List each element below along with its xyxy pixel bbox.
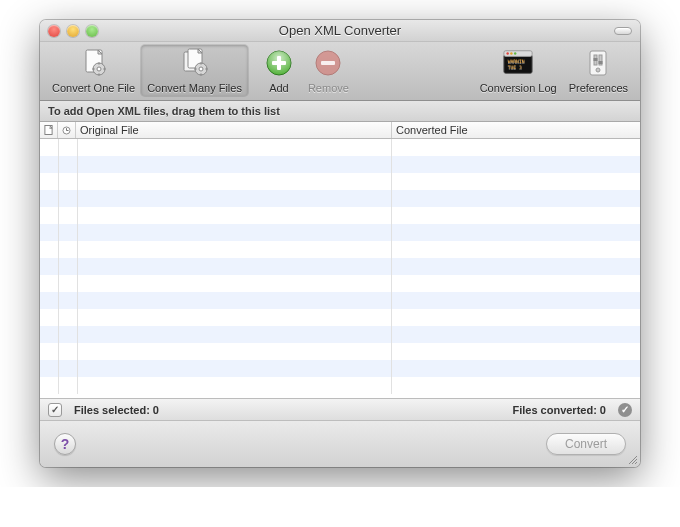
- app-window: Open XML Converter Conv: [40, 20, 640, 467]
- table-cell: [59, 326, 78, 343]
- svg-point-12: [199, 67, 203, 71]
- convert-one-file-button[interactable]: Convert One File: [46, 45, 141, 96]
- table-row[interactable]: [40, 292, 640, 309]
- convert-button-label: Convert: [565, 437, 607, 451]
- table-row[interactable]: [40, 275, 640, 292]
- table-cell: [78, 343, 392, 360]
- table-row[interactable]: [40, 190, 640, 207]
- traffic-lights: [48, 25, 98, 37]
- add-button[interactable]: Add: [256, 45, 302, 96]
- select-all-checkbox[interactable]: ✓: [48, 403, 62, 417]
- remove-button[interactable]: Remove: [302, 45, 355, 96]
- svg-point-3: [97, 67, 101, 71]
- remove-icon: [312, 47, 344, 79]
- table-cell: [78, 139, 392, 156]
- instruction-text: To add Open XML files, drag them to this…: [40, 101, 640, 122]
- table-cell: [59, 224, 78, 241]
- table-row[interactable]: [40, 156, 640, 173]
- header-original-file[interactable]: Original File: [76, 122, 392, 138]
- toolbar-toggle-button[interactable]: [614, 27, 632, 35]
- table-row[interactable]: [40, 241, 640, 258]
- table-cell: [59, 139, 78, 156]
- add-icon: [263, 47, 295, 79]
- table-cell: [392, 326, 640, 343]
- header-clock-icon[interactable]: [58, 122, 76, 138]
- table-row[interactable]: [40, 173, 640, 190]
- table-cell: [392, 258, 640, 275]
- table-cell: [59, 190, 78, 207]
- table-cell: [392, 292, 640, 309]
- table-cell: [59, 173, 78, 190]
- table-cell: [40, 326, 59, 343]
- svg-rect-33: [594, 58, 598, 61]
- table-row[interactable]: [40, 343, 640, 360]
- table-cell: [59, 309, 78, 326]
- table-row[interactable]: [40, 139, 640, 156]
- table-cell: [392, 377, 640, 394]
- status-badge: ✓: [618, 403, 632, 417]
- zoom-window-button[interactable]: [86, 25, 98, 37]
- table-row[interactable]: [40, 224, 640, 241]
- help-icon: ?: [61, 436, 70, 452]
- svg-text:TUE 3: TUE 3: [508, 65, 522, 70]
- table-cell: [78, 241, 392, 258]
- titlebar: Open XML Converter: [40, 20, 640, 42]
- window-title: Open XML Converter: [40, 23, 640, 38]
- svg-point-25: [507, 52, 509, 54]
- bottom-bar: ? Convert: [40, 421, 640, 467]
- convert-button[interactable]: Convert: [546, 433, 626, 455]
- table-row[interactable]: [40, 360, 640, 377]
- header-converted-file[interactable]: Converted File: [392, 122, 640, 138]
- table-cell: [40, 241, 59, 258]
- table-cell: [392, 360, 640, 377]
- table-body[interactable]: [40, 139, 640, 398]
- table-cell: [59, 156, 78, 173]
- table-cell: [40, 377, 59, 394]
- header-original-file-label: Original File: [80, 124, 139, 136]
- table-row[interactable]: [40, 377, 640, 394]
- preferences-button[interactable]: Preferences: [563, 45, 634, 96]
- table-cell: [392, 173, 640, 190]
- svg-point-27: [514, 52, 516, 54]
- svg-point-35: [596, 68, 600, 72]
- svg-rect-20: [272, 61, 286, 65]
- svg-rect-22: [321, 61, 335, 65]
- svg-text:WARNIN: WARNIN: [508, 59, 525, 64]
- table-cell: [78, 292, 392, 309]
- table-cell: [59, 377, 78, 394]
- table-cell: [40, 224, 59, 241]
- convert-many-files-button[interactable]: Convert Many Files: [141, 45, 248, 96]
- table-row[interactable]: [40, 207, 640, 224]
- convert-one-file-label: Convert One File: [52, 82, 135, 94]
- table-cell: [40, 190, 59, 207]
- table-cell: [392, 241, 640, 258]
- table-cell: [78, 156, 392, 173]
- table-cell: [392, 207, 640, 224]
- table-row[interactable]: [40, 258, 640, 275]
- badge-check-icon: ✓: [621, 404, 629, 415]
- table-cell: [40, 156, 59, 173]
- table-cell: [59, 258, 78, 275]
- table-row[interactable]: [40, 326, 640, 343]
- table-cell: [40, 275, 59, 292]
- table-row[interactable]: [40, 309, 640, 326]
- table-cell: [78, 326, 392, 343]
- table-cell: [78, 224, 392, 241]
- table-cell: [59, 207, 78, 224]
- close-window-button[interactable]: [48, 25, 60, 37]
- files-selected-label: Files selected: 0: [74, 404, 159, 416]
- help-button[interactable]: ?: [54, 433, 76, 455]
- table-cell: [392, 190, 640, 207]
- table-cell: [40, 360, 59, 377]
- table-cell: [78, 190, 392, 207]
- header-doc-icon[interactable]: [40, 122, 58, 138]
- file-table: Original File Converted File: [40, 122, 640, 399]
- minimize-window-button[interactable]: [67, 25, 79, 37]
- check-icon: ✓: [51, 404, 59, 415]
- table-cell: [392, 309, 640, 326]
- remove-label: Remove: [308, 82, 349, 94]
- table-cell: [78, 377, 392, 394]
- conversion-log-button[interactable]: WARNIN TUE 3 Conversion Log: [474, 45, 563, 96]
- convert-many-files-label: Convert Many Files: [147, 82, 242, 94]
- log-window-icon: WARNIN TUE 3: [502, 47, 534, 79]
